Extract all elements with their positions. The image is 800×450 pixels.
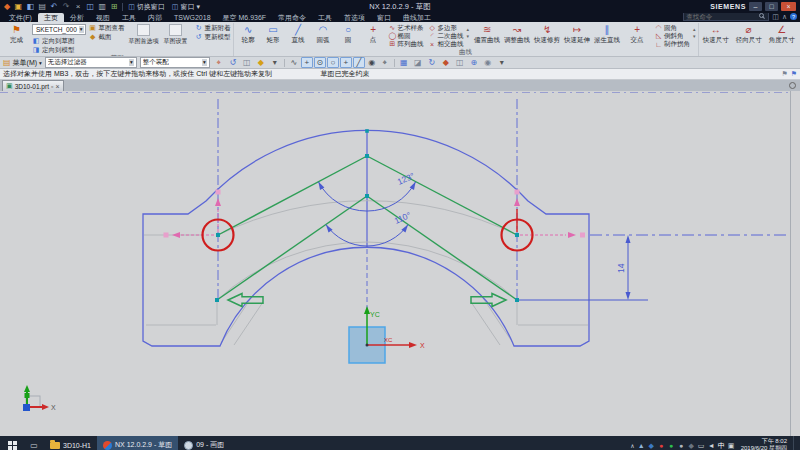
scroll-up-icon[interactable]: ▴ — [693, 26, 696, 32]
start-button[interactable] — [0, 436, 24, 450]
toolbar-icon[interactable]: ⊕ — [468, 57, 480, 68]
flag-icon[interactable]: ⚑ — [791, 70, 797, 78]
ribbon-tab[interactable]: 曲线加工 — [397, 13, 437, 22]
toolbar-icon[interactable]: ▾ — [496, 57, 508, 68]
reattach-button[interactable]: ↺ 更新模型 — [195, 33, 231, 41]
curve-tool-button[interactable]: ◠ 圆弧 — [311, 23, 336, 45]
curve-edit-button[interactable]: ∥ 派生直线 — [592, 23, 622, 45]
search-window-icon[interactable]: ◫ — [772, 13, 779, 20]
window-menu-button[interactable]: ◫ 窗口 ▾ — [170, 2, 202, 12]
curve-edit-button[interactable]: ↝ 调整曲线 — [502, 23, 532, 45]
search-input[interactable] — [686, 13, 757, 20]
ribbon-tab[interactable]: TSWG2018 — [168, 13, 217, 22]
curve-edit-button[interactable]: ≋ 偏置曲线 — [472, 23, 502, 45]
corner-list-item[interactable]: ∟ 制作拐角 — [655, 40, 690, 48]
snap-icon[interactable]: ⌖ — [379, 57, 391, 68]
qat-icon[interactable]: ↶ — [49, 2, 59, 12]
switch-window-button[interactable]: ◫ 切换窗口 — [126, 2, 167, 12]
toolbar-icon[interactable]: ▾ — [269, 57, 281, 68]
constraint-tool-button[interactable]: ⌀ 径向尺寸 — [734, 23, 764, 45]
curve-tool-button[interactable]: + 点 — [361, 23, 386, 45]
snap-icon[interactable]: + — [301, 57, 313, 68]
sketch-option-button[interactable]: 草图设置 — [160, 23, 192, 46]
show-desktop-button[interactable] — [793, 436, 798, 450]
close-button[interactable]: × — [781, 2, 796, 11]
qat-icon[interactable]: ▤ — [37, 2, 47, 12]
curve-edit-button[interactable]: + 交点 — [622, 23, 652, 45]
toolbar-icon[interactable]: ↻ — [426, 57, 438, 68]
taskbar-item-paint[interactable]: 09 - 画图 — [178, 436, 230, 450]
toolbar-icon[interactable]: ◫ — [454, 57, 466, 68]
tray-icon[interactable]: ◆ — [648, 442, 655, 449]
tray-chevron-icon[interactable]: ∧ — [630, 442, 634, 449]
menu-button[interactable]: ▤ 菜单(M) ▾ — [3, 58, 42, 68]
close-tab-icon[interactable]: × — [55, 83, 59, 90]
toolbar-icon[interactable]: ◫ — [241, 57, 253, 68]
tray-icon[interactable]: ▣ — [728, 442, 735, 449]
scroll-down-icon[interactable]: ▾ — [693, 33, 696, 39]
sketch-name-combo[interactable]: SKETCH_000 ▾ — [32, 24, 86, 35]
toolbar-icon[interactable]: ↺ — [227, 57, 239, 68]
tray-icon[interactable]: 中 — [718, 442, 725, 449]
help-icon[interactable]: ? — [790, 13, 797, 20]
curve-edit-button[interactable]: ↦ 快速延伸 — [562, 23, 592, 45]
qat-icon[interactable]: ▣ — [13, 2, 23, 12]
part-tab[interactable]: ▣ 3D10-01.prt ▫ × — [2, 80, 64, 91]
orient-button[interactable]: ◨ 定向到模型 — [32, 46, 86, 54]
ribbon-tab[interactable]: 常用命令 — [272, 13, 312, 22]
sketch-option-button[interactable]: 草图首选项 — [128, 23, 160, 46]
scroll-up-icon[interactable]: ▴ — [467, 26, 470, 32]
snap-icon[interactable]: ◉ — [366, 57, 378, 68]
toolbar-icon[interactable]: ▦ — [398, 57, 410, 68]
curve-tool-button[interactable]: ○ 圆 — [336, 23, 361, 45]
qat-icon[interactable]: ▥ — [97, 2, 107, 12]
ribbon-tab[interactable]: 星空 M6.936F — [217, 13, 273, 22]
ribbon-tab[interactable]: 内部 — [142, 13, 168, 22]
resize-handle-icon[interactable] — [789, 82, 796, 89]
qat-icon[interactable]: ◫ — [85, 2, 95, 12]
tray-icon[interactable]: ● — [658, 442, 665, 449]
curve-list-item[interactable]: ⊞ 阵列曲线 — [389, 40, 424, 48]
taskbar-item-folder[interactable]: 3D10-H1 — [44, 436, 97, 450]
curve-tool-button[interactable]: ▭ 矩形 — [261, 23, 286, 45]
nx-app-icon[interactable]: ◆ — [4, 3, 10, 11]
taskbar-item-nx[interactable]: NX 12.0.2.9 - 草图 — [97, 436, 178, 450]
tray-icon[interactable]: ◄ — [708, 442, 715, 449]
qat-icon[interactable]: ⊞ — [109, 2, 119, 12]
snap-icon[interactable]: + — [340, 57, 352, 68]
toolbar-icon[interactable]: ◪ — [412, 57, 424, 68]
construction-centerlines[interactable] — [218, 99, 788, 309]
snap-icon[interactable]: ⊙ — [314, 57, 326, 68]
snap-icon[interactable]: ╱ — [353, 57, 365, 68]
ribbon-tab[interactable]: 首选项 — [338, 13, 371, 22]
toolbar-icon[interactable]: ◆ — [440, 57, 452, 68]
pin-icon[interactable]: ▫ — [51, 83, 53, 90]
qat-icon[interactable]: × — [73, 2, 83, 12]
curve-list-item[interactable]: × 相交曲线 — [429, 40, 464, 48]
graphics-window[interactable]: 123° 110° 14 — [0, 91, 800, 436]
minimize-button[interactable]: – — [749, 2, 762, 11]
snap-icon[interactable]: ∿ — [288, 57, 300, 68]
tray-icon[interactable]: ● — [678, 442, 685, 449]
task-view-icon[interactable]: ▭ — [24, 436, 44, 450]
scroll-down-icon[interactable]: ▾ — [467, 33, 470, 39]
qat-icon[interactable]: ↷ — [61, 2, 71, 12]
ribbon-tab[interactable]: 窗口 — [371, 13, 397, 22]
constraint-tool-button[interactable]: ↔ 快速尺寸 — [701, 23, 731, 45]
ribbon-tab[interactable]: 工具 — [312, 13, 338, 22]
tray-icon[interactable]: ▭ — [698, 442, 705, 449]
restore-button[interactable]: □ — [765, 2, 778, 11]
ribbon-tab[interactable]: 分析 — [64, 13, 90, 22]
curve-edit-button[interactable]: ↯ 快速修剪 — [532, 23, 562, 45]
tray-icon[interactable]: ● — [668, 442, 675, 449]
command-search[interactable] — [683, 12, 769, 21]
toolbar-icon[interactable]: ⌖ — [213, 57, 225, 68]
tray-icon[interactable]: ▲ — [638, 442, 645, 449]
tray-icon[interactable]: ◆ — [688, 442, 695, 449]
orient-button[interactable]: ◧ 定向到草图 — [32, 37, 86, 45]
toolbar-icon[interactable]: ◉ — [482, 57, 494, 68]
dimension-label-14[interactable]: 14 — [616, 263, 626, 273]
angle-label-110[interactable]: 110° — [393, 210, 413, 226]
curve-tool-button[interactable]: ╱ 直线 — [286, 23, 311, 45]
constraint-tool-button[interactable]: ∠ 角度尺寸 — [767, 23, 797, 45]
